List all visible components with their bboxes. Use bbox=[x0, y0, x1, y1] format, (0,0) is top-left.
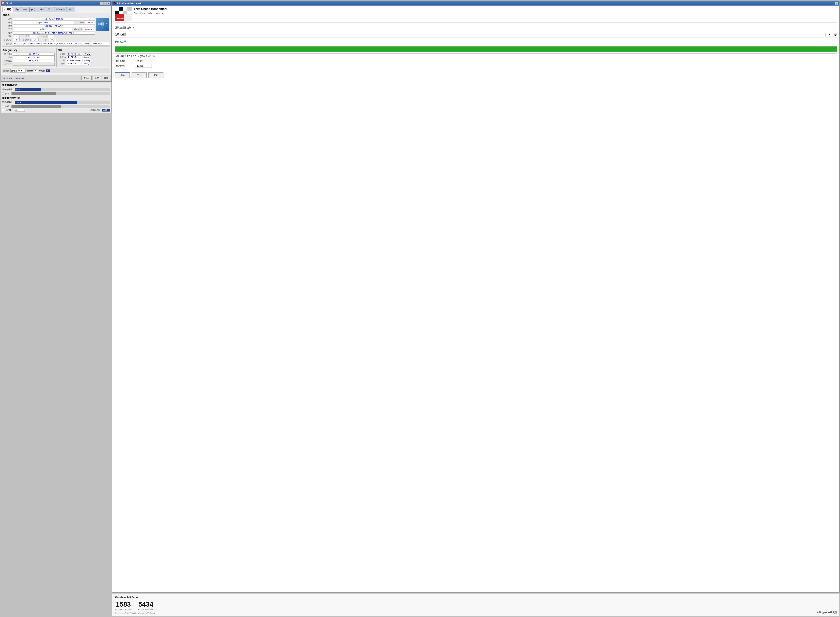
fritz-company: ChessBase GmbH, Hamburg bbox=[134, 12, 167, 15]
codename-label: 代号 bbox=[3, 21, 12, 24]
processor-top-area: 名字 Intel Core i7 1165G7 代号 Tiger Lake-U … bbox=[3, 17, 109, 41]
single-ref-checkbox-row: 参考 bbox=[2, 92, 9, 95]
processor-section: 处理器 名字 Intel Core i7 1165G7 代号 Tiger Lak… bbox=[2, 13, 110, 47]
threads-checkbox[interactable] bbox=[2, 109, 4, 111]
multi-this-checkbox-row: 這個處理器 bbox=[2, 101, 12, 104]
fritz-icon bbox=[113, 2, 116, 4]
cpuz-window-title: CPU-Z bbox=[6, 2, 99, 4]
ok-button[interactable]: 确定 bbox=[102, 76, 110, 80]
threads-label: 线程数 bbox=[39, 69, 45, 72]
svg-rect-16 bbox=[115, 14, 125, 21]
threads-dropdown[interactable]: 8 ▼ bbox=[15, 109, 25, 112]
processor-dropdown[interactable]: 处理器 #1 ▼ bbox=[10, 69, 25, 72]
single-core-score: 1583 bbox=[115, 601, 132, 608]
tab-spd[interactable]: SPD bbox=[38, 7, 46, 12]
selection-bar: 已选择 处理器 #1 ▼ 核心数 4 线程数 8 bbox=[2, 68, 110, 73]
benchmark-section: 單處理器执行绩 這個處理器 603.8 参考 多重處理器执行绩 bbox=[1, 82, 112, 113]
fsb-row: 额定 FSB bbox=[3, 63, 55, 66]
l1-inst-value: 4 x 32 KBytes bbox=[67, 56, 82, 59]
multi-this-value: 2742.4 bbox=[15, 101, 21, 103]
fritz-close-button[interactable]: ✕ bbox=[835, 1, 838, 5]
ext-family-row: 扩展系列 6 扩展型号 8C 修订 B1 bbox=[3, 38, 95, 41]
close-button-fritz[interactable]: 关闭 bbox=[148, 72, 163, 78]
stepping-label: 步进 bbox=[38, 35, 47, 38]
svg-rect-14 bbox=[123, 10, 127, 14]
core-speed-row: 核心速度 4094.40 MHz bbox=[3, 53, 55, 56]
cpuz-icon bbox=[2, 2, 4, 4]
status-row: 测试已完毕 bbox=[115, 39, 837, 45]
isa-label: 指令集 bbox=[3, 42, 12, 45]
multi-ref-bar bbox=[12, 105, 61, 108]
socket-value: Socket 1449 FCBGA bbox=[13, 24, 95, 27]
minimize-button[interactable]: ─ bbox=[100, 1, 103, 5]
l2-row: 二级 4 x 1280 KBytes 20-way bbox=[58, 59, 109, 62]
tab-memory[interactable]: 内存 bbox=[30, 7, 37, 12]
fsb-label: 额定 FSB bbox=[3, 63, 12, 66]
svg-rect-5 bbox=[115, 3, 116, 4]
svg-rect-4 bbox=[114, 2, 115, 3]
spec-label: 规格 bbox=[3, 32, 12, 35]
cache-title: 缓存 bbox=[58, 49, 109, 52]
l2-label: 二级 bbox=[58, 59, 65, 62]
spin-down-button[interactable]: ▼ bbox=[834, 35, 837, 36]
name-label: 名字 bbox=[3, 18, 12, 21]
ext-family-label: 扩展系列 bbox=[3, 38, 12, 41]
maximize-button[interactable]: □ bbox=[104, 1, 106, 5]
progress-container bbox=[115, 46, 837, 52]
spin-up-button[interactable]: ▲ bbox=[834, 33, 837, 35]
fritz-header: ChessBase Fritz Chess Benchmark ChessBas… bbox=[115, 7, 837, 22]
start-button[interactable]: 开始 bbox=[115, 72, 130, 78]
threads-spinner[interactable]: ▲ ▼ bbox=[834, 33, 837, 36]
logical-cpu-label: 逻辑处理器找到: 8 bbox=[115, 26, 134, 29]
single-core-label: Single-Core Score bbox=[115, 608, 132, 611]
validate-button[interactable]: 验证 bbox=[93, 76, 101, 80]
cpuz-version: CPU-Z Ver. 1.95.0.x64 bbox=[2, 77, 24, 80]
tab-mainboard[interactable]: 主板 bbox=[21, 7, 29, 12]
single-this-value: 603.8 bbox=[15, 89, 20, 90]
single-ref-checkbox[interactable] bbox=[2, 93, 4, 95]
family-value: 6 bbox=[13, 35, 20, 38]
voltage-label: 核心电压 bbox=[73, 28, 82, 31]
single-this-row: 這個處理器 603.8 bbox=[2, 88, 110, 91]
multiplier-value: x 41.0 (4 - 47) bbox=[13, 56, 55, 59]
kps-value: 17386 bbox=[135, 64, 152, 68]
single-ref-row: 参考 bbox=[2, 92, 110, 95]
tdp-value: 28.0 W bbox=[85, 21, 95, 24]
cpuz-window: CPU-Z ─ □ ✕ 处理器 缓存 主板 内存 SPD 显卡 测试分数 关于 … bbox=[1, 1, 112, 81]
tab-benchmark[interactable]: 测试分数 bbox=[54, 7, 67, 12]
multi-ref-bar-container bbox=[12, 105, 110, 108]
name-value: Intel Core i7 1165G7 bbox=[13, 18, 95, 21]
chess-logo-container: ChessBase bbox=[115, 7, 132, 21]
multi-this-label: 這個處理器 bbox=[2, 101, 12, 104]
multi-ref-row: 参考 bbox=[2, 105, 110, 108]
ext-model-value: 8C bbox=[32, 38, 38, 41]
tab-about[interactable]: 关于 bbox=[67, 7, 75, 12]
processor-fields: 名字 Intel Core i7 1165G7 代号 Tiger Lake-U … bbox=[3, 17, 95, 41]
tab-gpu[interactable]: 显卡 bbox=[46, 7, 54, 12]
tab-cache[interactable]: 缓存 bbox=[13, 7, 21, 12]
svg-marker-17 bbox=[124, 14, 132, 21]
close-button[interactable]: ✕ bbox=[107, 1, 110, 5]
tools-button[interactable]: 工具 ▼ bbox=[81, 76, 92, 80]
about-button[interactable]: 关于 bbox=[132, 72, 147, 78]
l3-value: 12 MBytes bbox=[66, 62, 81, 65]
tab-processor[interactable]: 处理器 bbox=[3, 7, 13, 12]
cpuz-title-bar: CPU-Z ─ □ ✕ bbox=[1, 1, 111, 6]
svg-rect-10 bbox=[123, 7, 127, 10]
svg-text:ChessBase: ChessBase bbox=[115, 18, 125, 20]
process-row: 工艺 10 纳米 核心电压 0.685 V bbox=[3, 28, 95, 31]
isa-row: 指令集 MMX, SSE, SSE2, SSE3, SSSE3, SSE4.1,… bbox=[3, 42, 109, 46]
single-this-bar-container: 603.8 bbox=[15, 88, 110, 91]
bench-options: 线程数 8 ▼ 多线程倍率 4.54 bbox=[2, 109, 110, 112]
isa-value: MMX, SSE, SSE2, SSE3, SSSE3, SSE4.1, SSE… bbox=[13, 42, 109, 46]
svg-rect-12 bbox=[115, 10, 119, 14]
multiplier-label: 倍频 bbox=[3, 56, 12, 59]
cpuz-content: 处理器 缓存 主板 内存 SPD 显卡 测试分数 关于 处理器 名字 Inte bbox=[1, 6, 111, 75]
l1-inst-way: 8-way bbox=[83, 56, 90, 59]
threads-label: 使用线程数: bbox=[115, 33, 127, 36]
core-speed-label: 核心速度 bbox=[3, 53, 12, 56]
svg-rect-11 bbox=[127, 7, 132, 10]
model-label: 型号 bbox=[20, 35, 30, 38]
multi-ref-checkbox[interactable] bbox=[2, 105, 4, 108]
codename-value: Tiger Lake-U bbox=[13, 21, 74, 24]
